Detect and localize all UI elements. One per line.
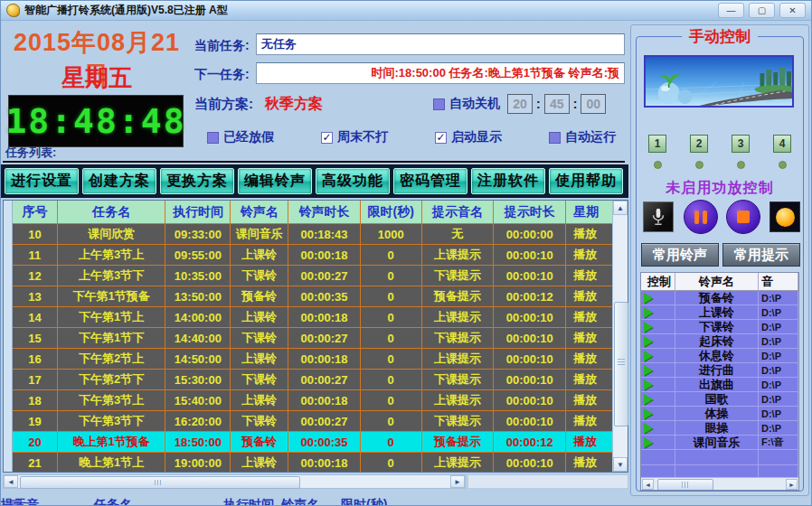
column-header[interactable]: 铃声名	[675, 273, 759, 290]
bell-horizontal-scrollbar[interactable]: ◄ ►	[641, 477, 798, 490]
bell-control-cell[interactable]	[641, 349, 675, 362]
task-row[interactable]: 14 下午第1节上 14:00:00 上课铃 00:00:18 0 上课提示 0…	[13, 307, 612, 328]
scroll-right-icon[interactable]: ►	[786, 479, 798, 490]
play-icon[interactable]	[644, 423, 653, 434]
schedule-option-checkbox[interactable]: ✓ 启动显示	[435, 129, 502, 145]
toolbar-button[interactable]: 密码管理	[393, 168, 467, 194]
task-row[interactable]: 19 下午第3节下 16:20:00 下课铃 00:00:27 0 下课提示 0…	[13, 411, 612, 432]
task-row[interactable]: 10 课间欣赏 09:33:00 课间音乐 00:18:43 1000 无 00…	[13, 224, 612, 245]
task-row[interactable]: 12 上午第3节下 10:35:00 下课铃 00:00:27 0 下课提示 0…	[13, 266, 612, 286]
column-header[interactable]: 任务名	[58, 201, 166, 223]
next-task-field[interactable]: 时间:18:50:00 任务名:晚上第1节预备 铃声名:预	[256, 62, 625, 84]
column-header[interactable]: 执行时间	[165, 201, 231, 223]
pause-button[interactable]	[684, 200, 718, 234]
column-header[interactable]: 序号	[13, 201, 58, 223]
bell-control-cell[interactable]	[641, 291, 675, 305]
bell-row[interactable]: 上课铃 D:\P	[641, 305, 798, 320]
horizontal-scroll-thumb[interactable]	[20, 476, 300, 489]
microphone-button[interactable]	[643, 201, 674, 232]
toolbar-button[interactable]: 高级功能	[316, 168, 390, 194]
task-row[interactable]: 20 晚上第1节预备 18:50:00 预备铃 00:00:35 0 预备提示 …	[13, 432, 612, 453]
bell-row[interactable]: 下课铃 D:\P	[641, 320, 798, 334]
play-icon[interactable]	[644, 351, 653, 361]
toolbar-button[interactable]: 注册软件	[471, 168, 545, 194]
bell-control-cell[interactable]	[641, 421, 675, 435]
bell-control-cell[interactable]	[641, 334, 675, 348]
scroll-down-icon[interactable]: ▼	[613, 457, 628, 472]
scroll-up-icon[interactable]: ▲	[613, 201, 628, 215]
stop-button[interactable]	[726, 200, 760, 234]
toolbar-button[interactable]: 编辑铃声	[238, 168, 312, 194]
close-button[interactable]: ✕	[779, 3, 806, 18]
maximize-button[interactable]: ▢	[749, 3, 775, 18]
auto-shutdown-checkbox[interactable]: ✓ 自动关机	[433, 96, 500, 112]
column-header[interactable]: 音	[759, 273, 798, 290]
play-icon[interactable]	[644, 365, 653, 376]
current-task-field[interactable]: 无任务	[256, 33, 625, 55]
shutdown-second-field[interactable]: 00	[581, 94, 606, 114]
horizontal-scrollbar[interactable]: ◄ ►	[3, 474, 466, 489]
bell-row[interactable]: 起床铃 D:\P	[641, 334, 798, 349]
play-icon[interactable]	[644, 307, 653, 318]
task-row[interactable]: 11 上午第3节上 09:55:00 上课铃 00:00:18 0 上课提示 0…	[13, 245, 612, 266]
task-row[interactable]: 17 下午第2节下 15:30:00 下课铃 00:00:27 0 下课提示 0…	[13, 370, 612, 390]
shutdown-hour-field[interactable]: 20	[507, 94, 533, 114]
column-header[interactable]: 提示时长	[494, 201, 566, 223]
bell-control-cell[interactable]	[641, 320, 675, 333]
play-icon[interactable]	[644, 437, 653, 448]
play-icon[interactable]	[644, 408, 653, 419]
column-header[interactable]: 星期	[566, 201, 612, 223]
bell-scroll-thumb[interactable]	[657, 479, 713, 491]
play-icon[interactable]	[644, 394, 653, 405]
shutdown-minute-field[interactable]: 45	[544, 94, 570, 114]
task-row[interactable]: 16 下午第2节上 14:50:00 上课铃 00:00:18 0 上课提示 0…	[13, 349, 612, 370]
bell-row[interactable]: 预备铃 D:\P	[641, 291, 798, 305]
common-prompts-button[interactable]: 常用提示	[722, 243, 800, 267]
play-icon[interactable]	[644, 322, 653, 333]
column-header[interactable]: 提示音名	[422, 201, 495, 223]
channel-button[interactable]: 4	[773, 135, 791, 153]
minimize-button[interactable]: —	[718, 3, 744, 18]
channel-button[interactable]: 3	[732, 135, 750, 153]
play-icon[interactable]	[644, 380, 653, 390]
bell-row[interactable]: 进行曲 D:\P	[641, 363, 798, 378]
toolbar-button[interactable]: 进行设置	[5, 168, 79, 194]
scroll-left-icon[interactable]: ◄	[642, 479, 654, 490]
vertical-scroll-thumb[interactable]	[614, 302, 628, 426]
bell-row[interactable]: 出旗曲 D:\P	[641, 378, 798, 392]
toolbar-button[interactable]: 使用帮助	[549, 168, 623, 194]
bell-control-cell[interactable]	[641, 392, 675, 406]
bell-control-cell[interactable]	[641, 407, 675, 420]
task-row[interactable]: 21 晚上第1节上 19:00:00 上课铃 00:00:18 0 上课提示 0…	[13, 453, 612, 472]
bell-row[interactable]: 国歌 D:\P	[641, 392, 798, 407]
bell-row[interactable]: 体操 D:\P	[641, 407, 798, 421]
schedule-option-checkbox[interactable]: ✓ 自动运行	[549, 129, 616, 145]
vertical-scrollbar[interactable]: ▲ ▼	[612, 201, 628, 472]
bell-control-cell[interactable]	[641, 378, 675, 391]
toolbar-button[interactable]: 更换方案	[160, 168, 234, 194]
toolbar-button[interactable]: 创建方案	[82, 168, 156, 194]
bell-row[interactable]: 眼操 D:\P	[641, 421, 798, 436]
play-icon[interactable]	[644, 336, 653, 347]
bell-control-cell[interactable]	[641, 305, 675, 319]
bell-control-cell[interactable]	[641, 436, 675, 449]
column-header[interactable]: 铃声时长	[288, 201, 361, 223]
bell-row[interactable]: 课间音乐 F:\音	[641, 436, 798, 450]
task-row[interactable]: 15 下午第1节下 14:40:00 下课铃 00:00:27 0 下课提示 0…	[13, 328, 612, 349]
column-header[interactable]: 限时(秒)	[361, 201, 422, 223]
task-row[interactable]: 13 下午第1节预备 13:50:00 预备铃 00:00:35 0 预备提示 …	[13, 286, 612, 307]
schedule-option-checkbox[interactable]: ✓ 已经放假	[207, 129, 274, 145]
task-row[interactable]: 18 下午第3节上 15:40:00 上课铃 00:00:18 0 上课提示 0…	[13, 390, 612, 411]
column-header[interactable]: 铃声名	[231, 201, 288, 223]
channel-button[interactable]: 2	[690, 135, 708, 153]
bell-row[interactable]: 休息铃 D:\P	[641, 349, 798, 363]
scroll-left-icon[interactable]: ◄	[4, 475, 18, 488]
scroll-right-icon[interactable]: ►	[450, 475, 465, 488]
column-header[interactable]: 控制	[641, 273, 675, 290]
power-button[interactable]	[770, 201, 800, 232]
bell-control-cell[interactable]	[641, 363, 675, 377]
play-icon[interactable]	[644, 293, 653, 304]
channel-button[interactable]: 1	[648, 135, 666, 153]
schedule-option-checkbox[interactable]: ✓ 周末不打	[321, 129, 388, 145]
common-bells-button[interactable]: 常用铃声	[641, 243, 719, 267]
